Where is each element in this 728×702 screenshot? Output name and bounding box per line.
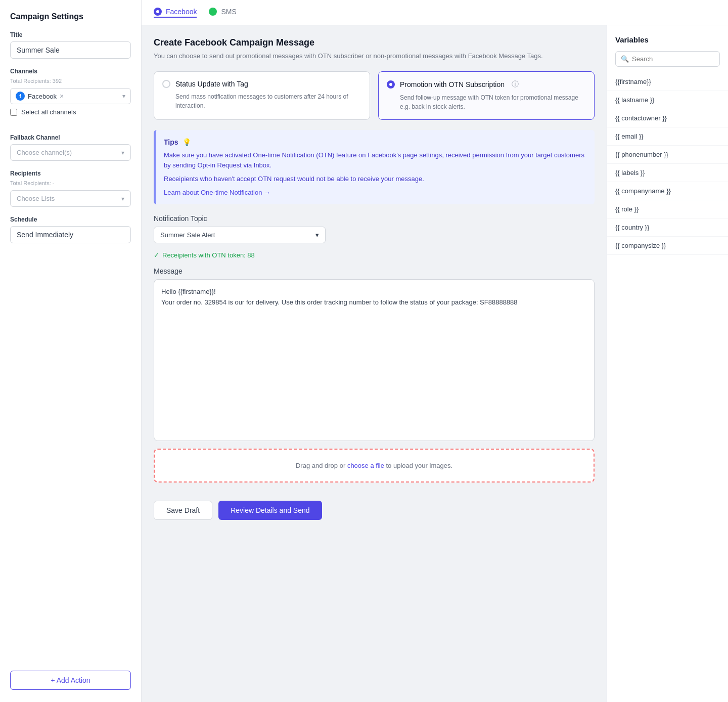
lightbulb-icon: 💡: [183, 138, 191, 146]
tips-text-1: Make sure you have activated One-time No…: [164, 150, 586, 171]
message-textarea[interactable]: Hello {{firstname}}! Your order no. 3298…: [154, 279, 595, 441]
variable-item-labels[interactable]: {{ labels }}: [607, 164, 728, 182]
recipients-label: Recipients: [10, 170, 131, 177]
tab-sms[interactable]: SMS: [209, 8, 236, 18]
notification-topic-label: Notification Topic: [154, 214, 595, 223]
type-card-status-update[interactable]: Status Update with Tag Send mass notific…: [154, 71, 370, 120]
variable-item-lastname[interactable]: {{ lastname }}: [607, 91, 728, 109]
search-icon: 🔍: [621, 55, 629, 63]
topic-value: Summer Sale Alert: [160, 231, 215, 239]
main-content: Facebook SMS Create Facebook Campaign Me…: [142, 0, 728, 702]
chevron-down-icon: ▾: [121, 149, 124, 156]
chevron-down-icon: ▾: [315, 231, 319, 239]
tips-text-2: Receipients who haven't accept OTN reque…: [164, 174, 586, 185]
section-desc: You can choose to send out promotional m…: [154, 51, 595, 61]
info-icon: ⓘ: [512, 80, 519, 89]
review-details-button[interactable]: Review Details and Send: [218, 501, 322, 520]
facebook-icon: f: [16, 92, 25, 101]
chevron-down-icon: ▾: [122, 93, 125, 100]
add-action-button[interactable]: + Add Action: [10, 671, 131, 690]
variables-panel: Variables 🔍 {{firstname}} {{ lastname }}…: [607, 25, 728, 702]
title-label: Title: [10, 31, 131, 38]
recipients-section: Recipients Total Recipients: - Choose Li…: [10, 170, 131, 207]
tips-header: Tips 💡: [164, 138, 586, 146]
variables-search-input[interactable]: [632, 55, 714, 63]
variable-item-email[interactable]: {{ email }}: [607, 127, 728, 146]
tips-link[interactable]: Learn about One-time Notification →: [164, 189, 586, 196]
tab-facebook[interactable]: Facebook: [154, 8, 197, 18]
variable-item-role[interactable]: {{ role }}: [607, 200, 728, 218]
recipients-sub: Total Recipients: -: [10, 180, 131, 186]
message-type-cards: Status Update with Tag Send mass notific…: [154, 71, 595, 120]
channel-name: Facebook: [28, 93, 57, 100]
remove-channel-button[interactable]: ×: [60, 92, 64, 100]
upload-link[interactable]: choose a file: [347, 462, 384, 469]
review-label: Review Details and Send: [231, 506, 309, 514]
upload-zone[interactable]: Drag and drop or choose a file to upload…: [154, 449, 595, 482]
variable-item-phonenumber[interactable]: {{ phonenumber }}: [607, 146, 728, 164]
otn-status: ✓ Receipients with OTN token: 88: [154, 251, 595, 259]
fallback-label: Fallback Channel: [10, 134, 131, 141]
bottom-actions: Save Draft Review Details and Send: [154, 493, 595, 528]
facebook-tab-dot: [154, 8, 162, 16]
check-icon: ✓: [154, 251, 159, 259]
type-card-header-otn: Promotion with OTN Subscription ⓘ: [387, 80, 586, 89]
tab-bar: Facebook SMS: [142, 0, 728, 25]
type-card-desc-otn: Send follow-up message with OTN token fo…: [400, 93, 586, 111]
notification-topic-select[interactable]: Summer Sale Alert ▾: [154, 227, 326, 243]
notification-topic-section: Notification Topic Summer Sale Alert ▾: [154, 214, 595, 243]
upload-suffix: to upload your images.: [384, 462, 452, 469]
chevron-down-icon: ▾: [121, 195, 124, 202]
select-all-checkbox[interactable]: [10, 109, 17, 116]
type-card-title-otn: Promotion with OTN Subscription: [400, 80, 505, 89]
save-draft-button[interactable]: Save Draft: [154, 501, 212, 520]
upload-text: Drag and drop or: [296, 462, 347, 469]
tab-dot-inner: [156, 10, 159, 13]
radio-status-update: [162, 80, 170, 88]
facebook-tab-label: Facebook: [166, 8, 197, 16]
message-label: Message: [154, 267, 595, 275]
sidebar-bottom: + Add Action: [10, 671, 131, 690]
center-panel: Create Facebook Campaign Message You can…: [142, 25, 607, 702]
channels-sub: Total Recipients: 392: [10, 78, 131, 84]
schedule-label: Schedule: [10, 216, 131, 223]
variable-item-country[interactable]: {{ country }}: [607, 218, 728, 237]
choose-lists-placeholder: Choose Lists: [17, 195, 55, 202]
sidebar-title: Campaign Settings: [10, 12, 131, 21]
select-all-row: Select all channels: [10, 108, 131, 116]
fallback-section: Fallback Channel Choose channel(s) ▾: [10, 134, 131, 161]
variables-search[interactable]: 🔍: [615, 51, 720, 67]
tips-box: Tips 💡 Make sure you have activated One-…: [154, 130, 595, 204]
channels-section: Channels Total Recipients: 392 f Faceboo…: [10, 68, 131, 125]
sms-tab-dot: [209, 8, 217, 16]
fallback-placeholder: Choose channel(s): [17, 149, 72, 156]
variable-item-contactowner[interactable]: {{ contactowner }}: [607, 109, 728, 127]
variable-item-companyname[interactable]: {{ companyname }}: [607, 182, 728, 200]
schedule-section: Schedule: [10, 216, 131, 243]
type-card-desc-status: Send mass notification messages to custo…: [175, 92, 361, 110]
variable-item-firstname[interactable]: {{firstname}}: [607, 73, 728, 91]
otn-status-text: Receipients with OTN token: 88: [162, 251, 255, 259]
channel-tag-row[interactable]: f Facebook × ▾: [10, 88, 131, 104]
tips-link-text: Learn about One-time Notification →: [164, 189, 270, 196]
variables-title: Variables: [607, 35, 728, 44]
channels-label: Channels: [10, 68, 131, 75]
content-area: Create Facebook Campaign Message You can…: [142, 25, 728, 702]
select-all-label: Select all channels: [21, 108, 76, 116]
save-draft-label: Save Draft: [166, 506, 200, 514]
type-card-promotion-otn[interactable]: Promotion with OTN Subscription ⓘ Send f…: [378, 71, 595, 120]
choose-lists-select[interactable]: Choose Lists ▾: [10, 190, 131, 207]
variables-list: {{firstname}} {{ lastname }} {{ contacto…: [607, 73, 728, 255]
tips-label: Tips: [164, 138, 178, 146]
schedule-input[interactable]: [10, 226, 131, 243]
add-action-label: + Add Action: [51, 676, 90, 684]
variable-item-companysize[interactable]: {{ companysize }}: [607, 237, 728, 255]
channel-tag: f Facebook ×: [16, 92, 122, 101]
section-title: Create Facebook Campaign Message: [154, 37, 595, 48]
sidebar: Campaign Settings Title Channels Total R…: [0, 0, 142, 702]
fallback-channel-select[interactable]: Choose channel(s) ▾: [10, 144, 131, 161]
radio-promotion-otn: [387, 80, 395, 89]
type-card-title-status: Status Update with Tag: [175, 80, 248, 88]
title-input[interactable]: [10, 41, 131, 59]
sms-tab-label: SMS: [221, 8, 236, 16]
